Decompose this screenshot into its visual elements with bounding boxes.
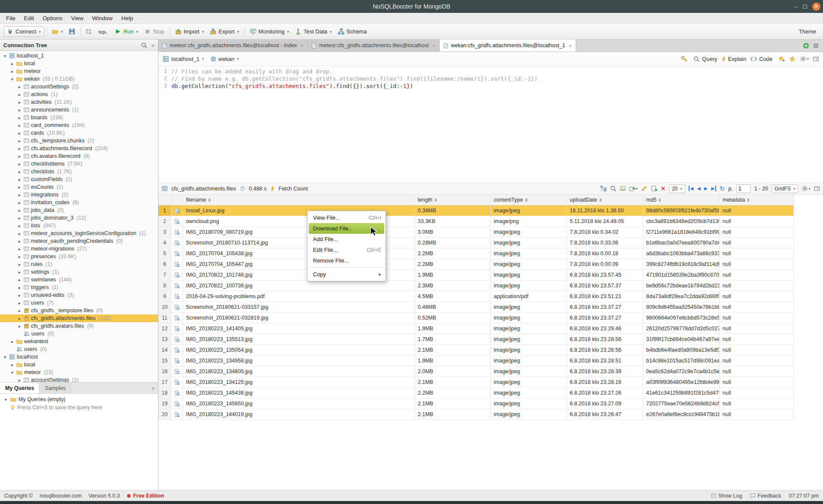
tree-expand-icon[interactable]: ▸: [17, 262, 22, 267]
column-header-md5[interactable]: md5: [643, 195, 720, 205]
minimize-button[interactable]: –: [794, 3, 798, 9]
code-line[interactable]: 1// Files can be added easily with drag …: [158, 68, 823, 75]
tree-expand-icon[interactable]: ▸: [17, 193, 22, 197]
tree-item-escounts[interactable]: ▸esCounts(1): [0, 183, 158, 191]
table-row[interactable]: 2owncloud.png33.3KBimage/png5.11.2018 kl…: [158, 216, 794, 227]
tree-item-checklistitems[interactable]: ▸checklistItems(7.5K): [0, 160, 158, 168]
column-header-filename[interactable]: filename: [183, 195, 415, 205]
tree-item-localhost[interactable]: ▾localhost: [0, 353, 158, 361]
tree-item-actions[interactable]: ▸actions(1): [0, 91, 158, 98]
run-button[interactable]: Run▾: [112, 27, 141, 36]
hierarchy-view-icon[interactable]: [600, 185, 607, 192]
tree-item-meteor-accounts-loginserviceconfiguration[interactable]: ▸meteor_accounts_loginServiceConfigurati…: [0, 229, 158, 237]
sort-icon[interactable]: [659, 198, 661, 202]
tab-samples[interactable]: Samples: [39, 383, 71, 393]
new-tab-icon[interactable]: [803, 42, 809, 49]
add-document-icon[interactable]: [651, 185, 657, 192]
schema-button[interactable]: Schema: [335, 27, 370, 36]
column-header-length[interactable]: length: [415, 195, 491, 205]
tree-item-cfs-tempstore-chunks[interactable]: ▸cfs._tempstore.chunks(2): [0, 137, 158, 145]
tree-expand-icon[interactable]: ▸: [17, 146, 22, 151]
monitoring-button[interactable]: Monitoring▾: [247, 27, 292, 36]
tree-expand-icon[interactable]: ▸: [17, 85, 22, 89]
menu-file[interactable]: File: [2, 13, 20, 24]
tree-expand-icon[interactable]: ▸: [17, 316, 22, 321]
tree-expand-icon[interactable]: ▸: [17, 254, 22, 259]
tree-expand-icon[interactable]: ▸: [17, 139, 22, 143]
page-size-select[interactable]: 20▾: [669, 184, 685, 193]
close-button[interactable]: ✕: [812, 3, 820, 11]
tree-expand-icon[interactable]: ▸: [17, 270, 22, 275]
table-row[interactable]: 1Install_Linux.jpg0.38MBimage/jpeg16.11.…: [158, 205, 794, 216]
view-document-icon[interactable]: [171, 248, 183, 259]
tree-item-meteor-oauth-pendingcredentials[interactable]: ▸meteor_oauth_pendingCredentials(0): [0, 237, 158, 245]
page-number-input[interactable]: [736, 184, 751, 193]
table-row[interactable]: 20IMG_20180223_144019.jpg2.1MBimage/jpeg…: [158, 409, 794, 420]
tree-item-unsaved-edits[interactable]: ▸unsaved-edits(3): [0, 291, 158, 299]
tree-item-accountsettings[interactable]: ▸accountSettings(2): [0, 376, 158, 382]
tree-expand-icon[interactable]: ▸: [17, 308, 22, 313]
view-document-icon[interactable]: [171, 323, 183, 334]
tree-expand-icon[interactable]: ▸: [17, 324, 22, 329]
view-document-icon[interactable]: [171, 356, 183, 366]
tab-close-icon[interactable]: ×: [432, 42, 436, 49]
view-document-icon[interactable]: [171, 313, 183, 323]
table-row[interactable]: 10Screenshot_20180621-033157.jpg0.46MBim…: [158, 302, 794, 313]
view-mode-select[interactable]: GridFS▾: [771, 184, 799, 193]
tree-expand-icon[interactable]: ▸: [10, 339, 15, 344]
open-recent-button[interactable]: ▾: [49, 27, 66, 36]
tree-item-cfs-attachments-filerecord[interactable]: ▸cfs.attachments.filerecord(224): [0, 145, 158, 152]
tree-item-customfields[interactable]: ▸customFields(2): [0, 175, 158, 183]
tree-item-cfs-avatars-filerecord[interactable]: ▸cfs.avatars.filerecord(9): [0, 152, 158, 160]
tree-item-cards[interactable]: ▸cards(10.8K): [0, 129, 158, 137]
auth-key-icon[interactable]: [681, 56, 687, 62]
sort-icon[interactable]: [434, 198, 437, 202]
view-document-icon[interactable]: [171, 270, 183, 280]
doc-tab-wekan-cfs-gridfs-attachments-files-local[interactable]: wekan:cfs_gridfs.attachments.files@local…: [440, 39, 576, 51]
tree-item-jobs-data[interactable]: ▸jobs_data(0): [0, 206, 158, 214]
show-log-button[interactable]: Show Log: [711, 493, 742, 499]
view-document-icon[interactable]: [171, 281, 183, 291]
image-view-icon[interactable]: [620, 185, 626, 192]
tab-my-queries[interactable]: My Queries: [0, 383, 39, 393]
tree-expand-icon[interactable]: ▸: [17, 115, 22, 120]
tree-collapse-icon[interactable]: ▾: [10, 370, 15, 375]
tree-item-swimlanes[interactable]: ▸swimlanes(144): [0, 276, 158, 284]
tree-expand-icon[interactable]: ▸: [17, 200, 22, 205]
query-button[interactable]: Query: [693, 56, 717, 62]
view-document-icon[interactable]: [171, 216, 183, 226]
tree-item-checklists[interactable]: ▸checklists(1.7K): [0, 168, 158, 175]
tree-item-triggers[interactable]: ▸triggers(1): [0, 284, 158, 291]
previous-page-button[interactable]: ◀: [697, 186, 701, 191]
view-document-icon[interactable]: [171, 398, 183, 409]
export-results-icon[interactable]: ▾: [629, 185, 638, 192]
view-document-icon[interactable]: [171, 377, 183, 387]
export-button[interactable]: Export▾: [207, 27, 242, 36]
table-row[interactable]: 5IMG_20170704_105438.jpg2.2MBimage/jpeg7…: [158, 248, 794, 259]
tree-expand-icon[interactable]: ▸: [10, 61, 15, 66]
tree-item-cfs-gridfs-attachments-files[interactable]: ▸cfs_gridfs.attachments.files(222): [0, 314, 158, 322]
tree-item-card-comments[interactable]: ▸card_comments(194): [0, 121, 158, 129]
fetch-count-button[interactable]: Fetch Count: [279, 186, 308, 192]
tree-expand-icon[interactable]: ▸: [17, 239, 22, 244]
feedback-button[interactable]: Feedback: [750, 493, 781, 499]
view-document-icon[interactable]: [171, 334, 183, 344]
tree-expand-icon[interactable]: ▸: [17, 92, 22, 97]
collapse-sidebar-icon[interactable]: «: [152, 42, 155, 48]
tree-expand-icon[interactable]: ▸: [17, 100, 22, 105]
database-selector[interactable]: wekan ▾: [211, 56, 239, 62]
tree-expand-icon[interactable]: ▸: [17, 108, 22, 112]
tree-item-jobs-dominator-3[interactable]: ▸jobs_dominator_3(12): [0, 214, 158, 222]
theme-button[interactable]: Theme: [799, 28, 816, 35]
code-editor[interactable]: 1// Files can be added easily with drag …: [158, 66, 823, 183]
tree-item-presences[interactable]: ▸presences(33.6K): [0, 253, 158, 260]
sort-icon[interactable]: [599, 198, 602, 202]
tree-item-boards[interactable]: ▸boards(138): [0, 114, 158, 121]
table-row[interactable]: 13IMG_20180223_135513.jpg1.7MBimage/jpeg…: [158, 334, 794, 345]
menu-window[interactable]: Window: [88, 13, 117, 24]
tree-expand-icon[interactable]: ▸: [10, 69, 15, 74]
tree-expand-icon[interactable]: ▸: [17, 123, 22, 128]
remove-document-icon[interactable]: [661, 185, 665, 192]
menu-item-remove-file[interactable]: Remove File...: [307, 255, 386, 266]
column-header-uploaddate[interactable]: uploadDate: [567, 195, 643, 205]
